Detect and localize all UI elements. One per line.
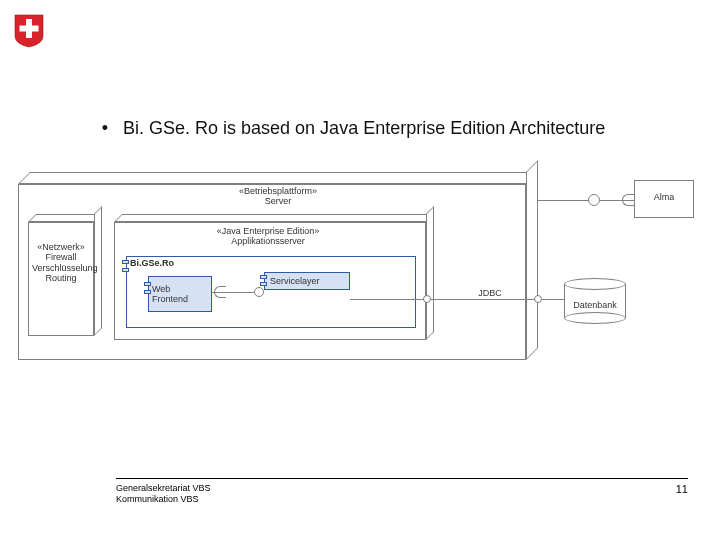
network-label: «Netzwerk» Firewall Verschlüsselung Rout… bbox=[32, 242, 90, 283]
jdbc-label: JDBC bbox=[470, 288, 510, 298]
svg-rect-1 bbox=[20, 26, 39, 32]
footer-line-1: Generalsekretariat VBS bbox=[116, 483, 211, 494]
footer-rule bbox=[116, 478, 688, 479]
swiss-shield-logo bbox=[14, 14, 44, 48]
connector-jdbc bbox=[350, 299, 564, 300]
connector-alma bbox=[538, 200, 634, 201]
bullet-text: Bi. GSe. Ro is based on Java Enterprise … bbox=[123, 118, 605, 139]
swiss-cross-icon bbox=[14, 14, 44, 48]
alma-label: Alma bbox=[636, 192, 692, 202]
page-number: 11 bbox=[676, 483, 688, 495]
footer-line-2: Kommunikation VBS bbox=[116, 494, 211, 505]
database-label: Datenbank bbox=[568, 300, 622, 310]
appserver-label: «Java Enterprise Edition» Applikationsse… bbox=[188, 226, 348, 247]
web-frontend-label: Web Frontend bbox=[152, 284, 208, 305]
app-inner-label: Bi.GSe.Ro bbox=[130, 258, 190, 268]
servicelayer-label: Servicelayer bbox=[270, 276, 344, 286]
slide-footer: Generalsekretariat VBS Kommunikation VBS… bbox=[116, 478, 688, 506]
bullet-dot: • bbox=[92, 118, 118, 139]
platform-label: «Betriebsplattform» Server bbox=[218, 186, 338, 207]
bullet-item: • Bi. GSe. Ro is based on Java Enterpris… bbox=[92, 118, 605, 139]
architecture-diagram: «Betriebsplattform» Server «Netzwerk» Fi… bbox=[18, 164, 702, 384]
